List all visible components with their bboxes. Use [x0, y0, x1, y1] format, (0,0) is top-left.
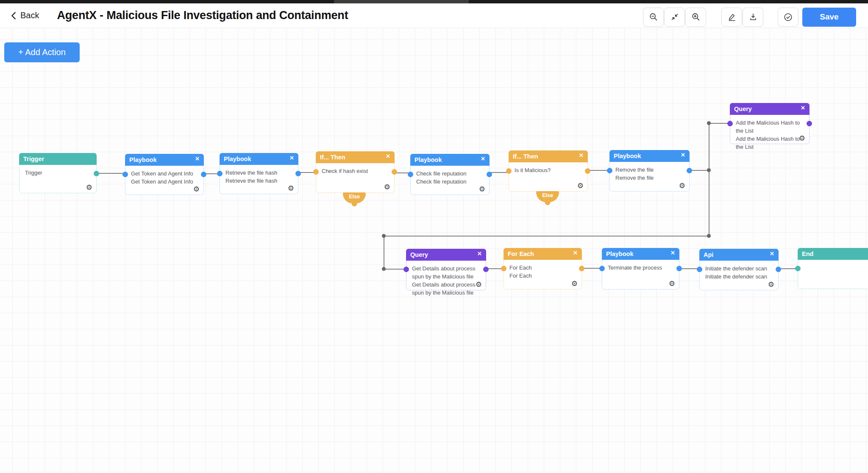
zoom-controls	[643, 8, 706, 27]
node-action-label: Add the Malicious Hash to the List	[736, 119, 804, 135]
gear-icon[interactable]: ⚙	[476, 281, 482, 288]
node-body: Check if hash exist⚙	[316, 163, 394, 193]
canvas[interactable]: + Add Action TriggerTrigger⚙Playbook✕Get…	[0, 28, 868, 473]
input-port[interactable]	[403, 267, 409, 272]
zoom-in-button[interactable]	[685, 8, 706, 27]
input-port[interactable]	[217, 171, 223, 176]
validate-button[interactable]	[778, 8, 798, 27]
node-foreach[interactable]: For Each✕For EachFor Each⚙	[504, 248, 582, 289]
gear-icon[interactable]: ⚙	[768, 281, 774, 288]
node-playbook-retrieve-hash[interactable]: Playbook✕Retrieve the file hashRetrieve …	[220, 153, 298, 194]
node-action-label: Get Details about process spun by the Ma…	[412, 281, 480, 297]
node-ifthen-check-hash[interactable]: If... Then✕Check if hash exist⚙Else	[316, 151, 395, 193]
gear-icon[interactable]: ⚙	[384, 184, 390, 191]
output-port[interactable]	[776, 267, 781, 272]
close-icon[interactable]: ✕	[477, 251, 482, 256]
download-icon	[748, 12, 758, 22]
output-port[interactable]	[585, 168, 590, 174]
junction-dot	[382, 234, 386, 238]
node-action-label: For Each	[509, 264, 576, 272]
node-type-label: Query	[734, 106, 752, 112]
close-icon[interactable]: ✕	[579, 153, 584, 158]
gear-icon[interactable]: ⚙	[288, 185, 294, 192]
node-ifthen-is-malicious[interactable]: If... Then✕Is it Malicious?⚙Else	[509, 150, 588, 192]
close-icon[interactable]: ✕	[289, 155, 294, 161]
node-playbook-check-reputation[interactable]: Playbook✕Check file reputationCheck file…	[410, 154, 490, 195]
node-body: Get Token and Agent InfoGet Token and Ag…	[125, 166, 203, 195]
output-port[interactable]	[201, 172, 206, 177]
gear-icon[interactable]: ⚙	[799, 135, 805, 142]
close-icon[interactable]: ✕	[481, 156, 485, 161]
input-port[interactable]	[599, 266, 605, 271]
rename-button[interactable]	[721, 8, 742, 27]
input-port[interactable]	[727, 121, 733, 126]
close-icon[interactable]: ✕	[573, 250, 578, 256]
input-port[interactable]	[122, 172, 128, 177]
output-port[interactable]	[676, 266, 682, 271]
input-port[interactable]	[313, 169, 319, 175]
node-action-label: Retrieve the file hash	[225, 169, 292, 177]
gear-icon[interactable]: ⚙	[577, 182, 584, 189]
gear-icon[interactable]: ⚙	[571, 280, 578, 287]
export-button[interactable]	[743, 8, 763, 27]
close-icon[interactable]: ✕	[801, 105, 805, 111]
node-query-add-hash[interactable]: Query✕Add the Malicious Hash to the List…	[730, 103, 810, 144]
node-header: For Each✕	[504, 248, 582, 260]
node-body: Remove the fileRemove the file⚙	[610, 162, 689, 192]
output-port[interactable]	[687, 168, 692, 173]
input-port[interactable]	[697, 267, 702, 272]
close-icon[interactable]: ✕	[195, 156, 200, 161]
save-button[interactable]: Save	[802, 8, 856, 27]
node-api-defender[interactable]: Api✕Initiate the defender scanInitiate t…	[699, 249, 779, 290]
gear-icon[interactable]: ⚙	[669, 280, 675, 287]
node-playbook-get-token[interactable]: Playbook✕Get Token and Agent InfoGet Tok…	[125, 154, 204, 195]
node-action-label: Trigger	[25, 169, 91, 177]
input-port[interactable]	[408, 172, 413, 177]
output-port[interactable]	[295, 171, 301, 176]
output-port[interactable]	[807, 121, 812, 126]
else-branch-badge[interactable]: Else	[536, 191, 559, 202]
node-header: Playbook✕	[220, 153, 298, 165]
node-playbook-remove-file[interactable]: Playbook✕Remove the fileRemove the file⚙	[609, 150, 690, 192]
add-action-button[interactable]: + Add Action	[4, 42, 80, 62]
input-port[interactable]	[607, 168, 612, 173]
output-port[interactable]	[487, 172, 492, 177]
input-port[interactable]	[795, 266, 801, 271]
back-button[interactable]: Back	[9, 11, 39, 20]
editor-header: Back AgentX - Malicious File Investigati…	[0, 3, 868, 28]
fit-screen-button[interactable]	[664, 8, 685, 27]
node-playbook-terminate[interactable]: Playbook✕Terminate the process⚙	[602, 248, 679, 289]
node-action-label: Get Token and Agent Info	[131, 178, 198, 186]
close-icon[interactable]: ✕	[386, 153, 390, 159]
output-port[interactable]	[579, 266, 584, 271]
node-type-label: Playbook	[606, 250, 633, 257]
gear-icon[interactable]: ⚙	[479, 186, 485, 193]
node-type-label: Playbook	[224, 156, 251, 162]
close-icon[interactable]: ✕	[670, 250, 675, 256]
node-header: If... Then✕	[316, 151, 395, 163]
close-icon[interactable]: ✕	[770, 251, 774, 256]
close-icon[interactable]: ✕	[681, 152, 685, 158]
else-badge-nub	[545, 200, 551, 205]
node-action-label: Retrieve the file hash	[225, 177, 292, 185]
input-port[interactable]	[506, 168, 512, 174]
node-end[interactable]: End	[798, 248, 868, 289]
zoom-out-button[interactable]	[643, 8, 664, 27]
node-type-label: Api	[704, 251, 713, 258]
gear-icon[interactable]: ⚙	[679, 182, 685, 189]
gear-icon[interactable]: ⚙	[193, 186, 200, 193]
output-port[interactable]	[392, 169, 397, 175]
check-circle-icon	[783, 12, 793, 22]
else-branch-badge[interactable]: Else	[343, 192, 366, 203]
node-type-label: Playbook	[415, 156, 442, 163]
gear-icon[interactable]: ⚙	[86, 184, 92, 191]
output-port[interactable]	[483, 267, 489, 272]
node-header: Query✕	[406, 249, 486, 261]
edit-export-controls	[721, 8, 763, 27]
input-port[interactable]	[501, 266, 506, 271]
node-query-get-details[interactable]: Query✕Get Details about process spun by …	[406, 249, 486, 290]
node-action-label: Remove the file	[615, 174, 684, 182]
node-trigger[interactable]: TriggerTrigger⚙	[19, 153, 97, 193]
node-type-label: Playbook	[614, 153, 641, 159]
output-port[interactable]	[94, 171, 99, 176]
